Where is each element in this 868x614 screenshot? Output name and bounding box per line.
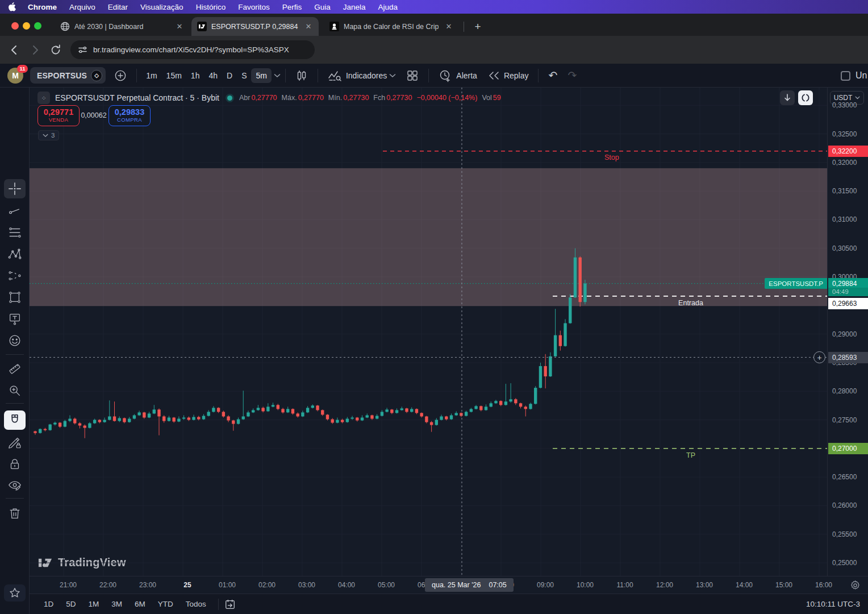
crosshair-tool-button[interactable]: [4, 179, 26, 198]
candle: [400, 408, 403, 410]
close-window-button[interactable]: [11, 22, 19, 30]
range-5d[interactable]: 5D: [61, 598, 81, 611]
time-axis-settings-gear-icon[interactable]: [850, 580, 860, 590]
user-avatar[interactable]: M 11: [7, 68, 23, 84]
buy-label: COMPRA: [109, 117, 150, 123]
candle: [494, 401, 497, 403]
drawing-lock-tool-icon[interactable]: [4, 433, 26, 452]
new-tab-button[interactable]: +: [470, 19, 485, 34]
price-axis[interactable]: USDT 0,330000,325000,320000,315000,31000…: [827, 88, 868, 576]
projection-tool-icon[interactable]: [4, 266, 26, 285]
range-1m[interactable]: 1M: [84, 598, 105, 611]
xabcd-pattern-tool-icon[interactable]: [4, 244, 26, 264]
close-tab-icon[interactable]: ✕: [444, 22, 453, 31]
menu-chrome[interactable]: Chrome: [22, 3, 63, 11]
range-3m[interactable]: 3M: [106, 598, 127, 611]
browser-toolbar: br.tradingview.com/chart/Xi5cv2DH/?symbo…: [0, 36, 868, 64]
indicators-button[interactable]: Indicadores: [323, 68, 401, 84]
close-label: Fch: [373, 94, 385, 102]
scroll-to-realtime-button[interactable]: [780, 90, 795, 105]
crosshair-plus-button[interactable]: +: [813, 351, 825, 363]
minimize-window-button[interactable]: [23, 22, 30, 30]
trash-tool-icon[interactable]: [4, 504, 26, 523]
address-bar[interactable]: br.tradingview.com/chart/Xi5cv2DH/?symbo…: [70, 40, 315, 59]
timeframe-4h[interactable]: 4h: [204, 68, 222, 83]
price-tick: 0,25500: [832, 530, 857, 538]
emoji-tool-icon[interactable]: [4, 331, 26, 350]
replay-label: Replay: [504, 71, 529, 80]
timeframes-chevron-down-icon[interactable]: [274, 73, 281, 78]
favorites-star-button[interactable]: [4, 584, 26, 601]
indicators-chevron-down-icon[interactable]: [389, 73, 396, 78]
forward-button[interactable]: [28, 43, 43, 57]
fib-retracement-tool-icon[interactable]: [4, 223, 26, 242]
tab-dashboard[interactable]: Até 2030 | Dashboard ✕: [55, 17, 190, 36]
menu-janela[interactable]: Janela: [337, 3, 372, 11]
undo-button[interactable]: ↶: [543, 68, 562, 84]
maximize-pane-button[interactable]: [798, 90, 813, 105]
reload-button[interactable]: [48, 43, 63, 57]
price-chart[interactable]: StopEntradaTP: [30, 88, 827, 576]
tab-esportsusdt[interactable]: ESPORTSUSDT.P 0,29884 ▲ ✕: [191, 17, 319, 36]
sell-button[interactable]: 0,29771 VENDA: [37, 105, 80, 126]
chart-title[interactable]: ESPORTSUSDT Perpetual Contract · 5 · Byb…: [55, 93, 219, 102]
zoom-in-tool-icon[interactable]: [4, 381, 26, 400]
menu-historico[interactable]: Histórico: [190, 3, 232, 11]
menu-ajuda[interactable]: Ajuda: [372, 3, 404, 11]
redo-button[interactable]: ↷: [562, 68, 582, 84]
replay-button[interactable]: Replay: [482, 68, 534, 84]
menu-guia[interactable]: Guia: [308, 3, 337, 11]
candle: [44, 429, 47, 430]
timeframe-1d[interactable]: D: [222, 68, 237, 83]
timeframe-5m-active[interactable]: 5m: [251, 68, 271, 83]
close-tab-icon[interactable]: ✕: [175, 22, 184, 31]
apple-icon[interactable]: [8, 2, 16, 11]
menu-favoritos[interactable]: Favoritos: [232, 3, 276, 11]
lock-tool-icon[interactable]: [4, 454, 26, 474]
candle: [311, 405, 314, 408]
candle: [361, 417, 364, 420]
object-tree-button[interactable]: 3: [38, 130, 59, 140]
back-button[interactable]: [7, 43, 22, 57]
magnet-tool-button-active[interactable]: [4, 410, 26, 430]
range-todos[interactable]: Todos: [181, 598, 211, 611]
clock[interactable]: 10:10:11 UTC-3: [806, 600, 860, 608]
add-symbol-button[interactable]: [109, 68, 132, 84]
timeframe-1m[interactable]: 1m: [141, 68, 161, 83]
tab-rsi-heatmap[interactable]: Mapa de Calor de RSI de Crip ✕: [324, 17, 459, 36]
buy-button[interactable]: 0,29833 COMPRA: [108, 105, 151, 126]
range-ytd[interactable]: YTD: [153, 598, 178, 611]
menu-arquivo[interactable]: Arquivo: [63, 3, 102, 11]
candle: [272, 405, 274, 406]
range-1d[interactable]: 1D: [39, 598, 59, 611]
symbol-search-text: ESPORTSUS: [37, 71, 87, 80]
measure-ruler-tool-icon[interactable]: [4, 359, 26, 379]
layout-grid-button[interactable]: [401, 68, 424, 84]
candle: [197, 417, 200, 419]
goto-date-icon[interactable]: [224, 599, 236, 610]
time-axis[interactable]: 21:0022:0023:002501:0002:0003:0004:0005:…: [30, 576, 868, 594]
menu-perfis[interactable]: Perfis: [276, 3, 308, 11]
timeframe-1h[interactable]: 1h: [186, 68, 205, 83]
menu-visualizacao[interactable]: Visualização: [134, 3, 190, 11]
chart-pane[interactable]: TradingView StopEntradaTP ⁘ ESPORTSUSDT …: [30, 88, 827, 576]
candle: [440, 416, 443, 420]
timeframe-1w[interactable]: S: [237, 68, 251, 83]
range-6m[interactable]: 6M: [130, 598, 151, 611]
browser-tab-bar: Até 2030 | Dashboard ✕ ESPORTSUSDT.P 0,2…: [0, 14, 868, 36]
maximize-window-button[interactable]: [34, 22, 41, 30]
stop-loss-zone[interactable]: [30, 168, 827, 306]
candle-style-button[interactable]: [290, 68, 313, 84]
site-settings-icon[interactable]: [78, 45, 87, 55]
alert-button[interactable]: Alerta: [433, 68, 482, 84]
close-tab-icon[interactable]: ✕: [304, 22, 313, 31]
hide-drawings-tool-icon[interactable]: [4, 476, 26, 495]
menu-editar[interactable]: Editar: [102, 3, 134, 11]
trend-line-tool-icon[interactable]: [4, 201, 26, 221]
save-checkbox[interactable]: [841, 71, 850, 81]
candle: [346, 418, 349, 422]
text-tool-icon[interactable]: [4, 309, 26, 329]
timeframe-15m[interactable]: 15m: [162, 68, 186, 83]
shapes-tool-icon[interactable]: [4, 288, 26, 307]
symbol-search-button[interactable]: ESPORTSUS ◇: [30, 67, 106, 84]
